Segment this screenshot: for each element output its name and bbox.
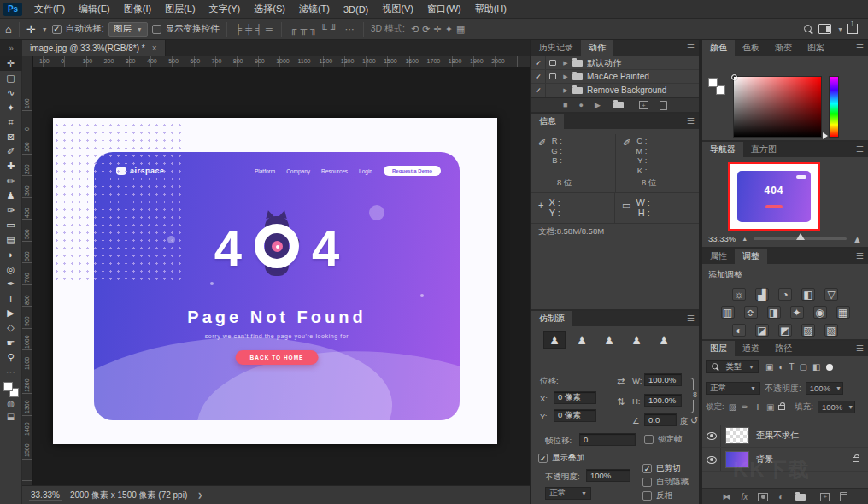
tab-color-1[interactable]: 色板 bbox=[735, 40, 767, 56]
panel-menu-icon[interactable]: ☰ bbox=[687, 314, 695, 323]
menu-H[interactable]: 帮助(H) bbox=[468, 0, 513, 19]
menu-E[interactable]: 编辑(E) bbox=[72, 0, 117, 19]
tab-color-2[interactable]: 渐变 bbox=[767, 40, 800, 56]
more-tools[interactable]: ⋯ bbox=[0, 365, 22, 379]
tab-layers-0[interactable]: 图层 bbox=[702, 341, 735, 356]
quick-mask-icon[interactable]: ◍ bbox=[0, 397, 22, 410]
action-row[interactable]: ✓▶MacAce Painted bbox=[531, 70, 699, 84]
pen-tool[interactable]: ✒ bbox=[0, 277, 22, 291]
clone-stamp-tool[interactable]: ♟ bbox=[0, 189, 22, 203]
align-center-icon[interactable]: ╪ bbox=[243, 24, 254, 34]
bit-depth[interactable]: 8 位 bbox=[531, 177, 615, 192]
color-lookup-icon[interactable]: ▦ bbox=[836, 306, 850, 319]
tab-overflow-icon[interactable]: » bbox=[0, 40, 22, 56]
clone-y-field[interactable]: 0 像素 bbox=[554, 409, 596, 422]
path-select-tool[interactable]: ▶ bbox=[0, 306, 22, 320]
panel-menu-icon[interactable]: ☰ bbox=[856, 144, 864, 154]
zoom-slider[interactable] bbox=[754, 237, 847, 240]
filter-smartobject-icon[interactable]: ◧ bbox=[812, 362, 820, 372]
zoom-slider-handle[interactable] bbox=[796, 233, 805, 240]
menu-Y[interactable]: 文字(Y) bbox=[202, 0, 248, 19]
foreground-color-swatch[interactable] bbox=[3, 382, 13, 391]
curves-icon[interactable]: ◔ bbox=[778, 288, 792, 301]
3d-drag-icon[interactable]: ✛ bbox=[431, 24, 443, 35]
overlay-blend-dropdown[interactable]: 正常▼ bbox=[545, 487, 591, 500]
tab-color-0[interactable]: 颜色 bbox=[702, 40, 735, 56]
lock-artboard-icon[interactable]: ▣ bbox=[766, 402, 774, 412]
selective-color-icon[interactable]: ▧ bbox=[824, 324, 838, 337]
clone-source-slot-2[interactable]: ♟ bbox=[571, 331, 593, 349]
3d-scale-icon[interactable]: ▦ bbox=[455, 24, 466, 35]
3d-slide-icon[interactable]: ✦ bbox=[443, 24, 455, 35]
invert-icon[interactable]: ◐ bbox=[732, 324, 746, 337]
stop-icon[interactable]: ■ bbox=[563, 101, 567, 109]
clipped-checkbox[interactable] bbox=[642, 464, 652, 473]
tab-actions-0[interactable]: 历史记录 bbox=[531, 40, 581, 56]
hue-saturation-icon[interactable]: ▥ bbox=[721, 306, 735, 319]
link-wh-icon[interactable] bbox=[683, 378, 694, 413]
more-options-icon[interactable]: ⋯ bbox=[343, 24, 356, 35]
hue-slider[interactable] bbox=[829, 76, 839, 138]
panel-menu-icon[interactable]: ☰ bbox=[687, 116, 695, 126]
gradient-tool[interactable]: ▤ bbox=[0, 232, 22, 247]
layer-opacity-field[interactable]: 100%▼ bbox=[806, 382, 843, 395]
bit-depth[interactable]: 8 位 bbox=[615, 177, 699, 192]
filter-toggle-icon[interactable] bbox=[826, 364, 833, 371]
expand-icon[interactable]: ▶ bbox=[560, 87, 571, 94]
expand-icon[interactable]: ▶ bbox=[560, 73, 571, 80]
blend-mode-dropdown[interactable]: 正常▼ bbox=[706, 382, 760, 395]
clone-angle-field[interactable]: 0.0 bbox=[644, 413, 677, 426]
canvas-area[interactable]: 1000100200300400500600700800900100011001… bbox=[22, 56, 530, 485]
black-white-icon[interactable]: ◨ bbox=[767, 306, 781, 319]
link-layers-icon[interactable]: ⧓ bbox=[723, 492, 731, 501]
crop-tool[interactable]: ⌗ bbox=[0, 115, 22, 130]
layer-name[interactable]: 歪果不求仁 bbox=[756, 430, 799, 442]
screen-mode-icon[interactable]: ⬓ bbox=[0, 410, 22, 423]
distribute-right-icon[interactable]: ╜ bbox=[329, 24, 339, 34]
threshold-icon[interactable]: ◩ bbox=[778, 324, 792, 337]
tab-layers-1[interactable]: 通道 bbox=[735, 341, 767, 356]
lock-transparent-icon[interactable]: ▨ bbox=[729, 402, 736, 412]
hand-tool[interactable]: ☛ bbox=[0, 336, 22, 350]
delete-layer-icon[interactable] bbox=[840, 492, 847, 501]
frame-offset-field[interactable]: 0 bbox=[579, 433, 636, 446]
new-action-icon[interactable]: + bbox=[639, 101, 648, 109]
lock-paint-icon[interactable]: ✏ bbox=[742, 402, 748, 412]
menu-F[interactable]: 文件(F) bbox=[27, 0, 72, 19]
frame-tool[interactable]: ⊠ bbox=[0, 130, 22, 144]
search-icon[interactable] bbox=[803, 24, 814, 35]
channel-mixer-icon[interactable]: ◉ bbox=[813, 306, 827, 319]
vibrance-icon[interactable]: ▽ bbox=[824, 288, 838, 301]
navigator-zoom-field[interactable]: 33.33% bbox=[708, 234, 736, 243]
layer-row[interactable]: 歪果不求仁 bbox=[702, 425, 868, 448]
autohide-checkbox[interactable] bbox=[642, 478, 652, 487]
clone-h-field[interactable]: 100.0% bbox=[644, 394, 682, 407]
invert-checkbox[interactable] bbox=[642, 491, 652, 501]
tab-layers-2[interactable]: 路径 bbox=[767, 341, 800, 356]
brightness-contrast-icon[interactable]: ☼ bbox=[732, 288, 746, 301]
expand-icon[interactable]: ▶ bbox=[560, 60, 571, 67]
menu-S[interactable]: 选择(S) bbox=[247, 0, 292, 19]
action-dialog-toggle[interactable] bbox=[546, 70, 560, 83]
distribute-top-icon[interactable]: ╓ bbox=[289, 24, 299, 34]
auto-select-checkbox[interactable] bbox=[52, 25, 62, 34]
ps-logo-icon[interactable]: Ps bbox=[3, 3, 22, 16]
color-cursor[interactable] bbox=[731, 74, 737, 80]
tab-nav-1[interactable]: 直方图 bbox=[743, 142, 784, 157]
zoom-level-field[interactable]: 33.33% bbox=[29, 490, 62, 501]
home-icon[interactable]: ⌂ bbox=[5, 23, 12, 36]
layer-thumbnail[interactable] bbox=[725, 451, 749, 468]
color-balance-icon[interactable]: ≎ bbox=[744, 306, 758, 319]
action-row[interactable]: ✓▶Remove Background bbox=[531, 84, 699, 97]
record-icon[interactable]: ● bbox=[579, 101, 584, 109]
visibility-eye-icon[interactable] bbox=[707, 432, 717, 440]
layer-row[interactable]: 背景 bbox=[702, 448, 868, 472]
zoom-out-icon[interactable]: ▲ bbox=[742, 236, 748, 242]
tab-clone[interactable]: 仿制源 bbox=[531, 311, 572, 326]
clone-x-field[interactable]: 0 像素 bbox=[554, 391, 596, 404]
tab-actions-1[interactable]: 动作 bbox=[581, 40, 613, 56]
shape-tool[interactable]: ◇ bbox=[0, 320, 22, 335]
brush-tool[interactable]: ✏ bbox=[0, 174, 22, 189]
panel-menu-icon[interactable]: ☰ bbox=[856, 251, 864, 261]
delete-icon[interactable] bbox=[660, 101, 667, 110]
